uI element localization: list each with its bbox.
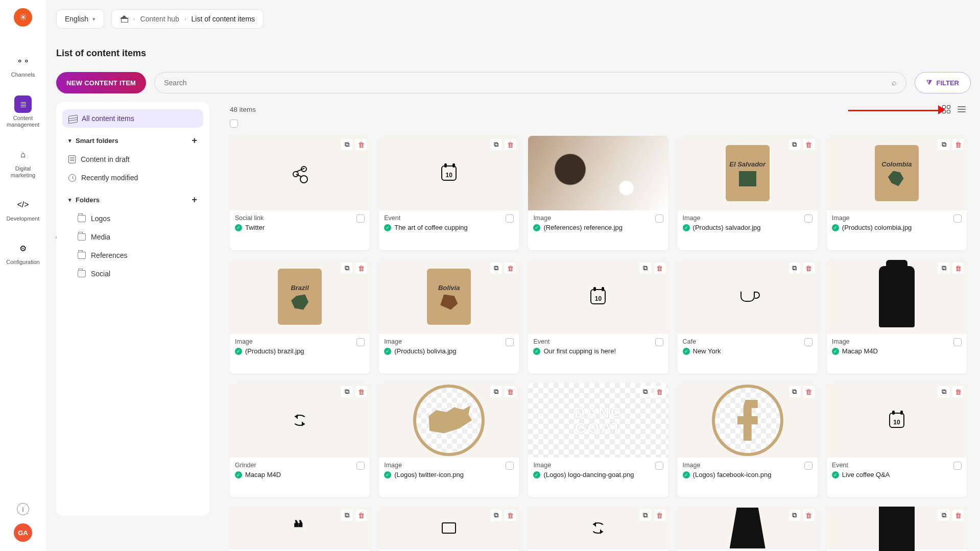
card-checkbox[interactable]: [506, 462, 514, 470]
card-checkbox[interactable]: [804, 338, 812, 346]
delete-button[interactable]: 🗑: [803, 386, 815, 397]
duplicate-button[interactable]: ⧉: [490, 510, 501, 521]
delete-button[interactable]: 🗑: [952, 510, 964, 521]
content-card[interactable]: ⧉🗑Grinder✓Macap M4D: [230, 383, 370, 497]
card-checkbox[interactable]: [804, 462, 812, 470]
new-content-item-button[interactable]: NEW CONTENT ITEM: [56, 72, 146, 93]
search-input[interactable]: [164, 79, 892, 87]
folder-logos[interactable]: Logos: [62, 209, 203, 228]
duplicate-button[interactable]: ⧉: [938, 262, 949, 274]
home-icon[interactable]: [120, 15, 128, 22]
duplicate-button[interactable]: ⧉: [640, 386, 651, 397]
duplicate-button[interactable]: ⧉: [341, 386, 352, 397]
sidebar-all-content[interactable]: All content items: [62, 109, 203, 128]
list-view-toggle[interactable]: [957, 104, 967, 114]
language-select[interactable]: English ▾: [56, 9, 104, 29]
folder-media[interactable]: ›Media: [62, 228, 203, 246]
delete-button[interactable]: 🗑: [505, 139, 516, 150]
card-checkbox[interactable]: [506, 338, 514, 346]
folder-references[interactable]: References: [62, 246, 203, 265]
card-checkbox[interactable]: [356, 462, 365, 470]
content-card[interactable]: ⧉🗑BrazilImage✓(Products) brazil.jpg: [230, 259, 370, 374]
card-checkbox[interactable]: [953, 338, 962, 346]
content-card[interactable]: ⧉🗑Image✓(Logos) twitter-icon.png: [379, 383, 519, 497]
content-card[interactable]: ⧉🗑: [678, 507, 818, 551]
avatar[interactable]: GA: [14, 523, 32, 542]
folders-section[interactable]: ▾Folders +: [62, 190, 203, 209]
content-card[interactable]: ⧉🗑: [528, 507, 668, 551]
duplicate-button[interactable]: ⧉: [789, 510, 800, 521]
duplicate-button[interactable]: ⧉: [938, 386, 949, 397]
rail-content-management[interactable]: ≣ Content management: [5, 90, 41, 133]
content-card[interactable]: ⧉🗑Image✓Macap M4D: [827, 259, 967, 374]
rail-configuration[interactable]: ⚙ Configuration: [5, 234, 41, 271]
sidebar-content-draft[interactable]: Content in draft: [62, 150, 203, 169]
delete-button[interactable]: 🗑: [505, 386, 516, 397]
content-card[interactable]: ⧉🗑BoliviaImage✓(Products) bolivia.jpg: [379, 259, 519, 374]
card-checkbox[interactable]: [953, 462, 962, 470]
card-checkbox[interactable]: [356, 214, 365, 223]
delete-button[interactable]: 🗑: [355, 510, 367, 521]
delete-button[interactable]: 🗑: [505, 262, 516, 274]
card-checkbox[interactable]: [655, 338, 663, 346]
duplicate-button[interactable]: ⧉: [789, 139, 800, 150]
rail-channels[interactable]: ⚬⚬ Channels: [5, 47, 41, 83]
select-all-checkbox[interactable]: [230, 119, 238, 128]
duplicate-button[interactable]: ⧉: [490, 139, 501, 150]
delete-button[interactable]: 🗑: [654, 386, 665, 397]
duplicate-button[interactable]: ⧉: [789, 262, 800, 274]
add-folder-button[interactable]: +: [192, 195, 197, 204]
smart-folders-section[interactable]: ▾Smart folders +: [62, 131, 203, 150]
content-card[interactable]: ⧉🗑: [379, 507, 519, 551]
rail-digital-marketing[interactable]: ⌂ Digital marketing: [5, 141, 41, 184]
content-card[interactable]: ⧉🗑Social link✓Twitter: [230, 136, 370, 250]
content-card[interactable]: ⧉🗑❝: [230, 507, 370, 551]
duplicate-button[interactable]: ⧉: [490, 386, 501, 397]
card-checkbox[interactable]: [356, 338, 365, 346]
delete-button[interactable]: 🗑: [355, 139, 367, 150]
filter-button[interactable]: ⧩ FILTER: [915, 72, 971, 93]
duplicate-button[interactable]: ⧉: [490, 262, 501, 274]
delete-button[interactable]: 🗑: [803, 139, 815, 150]
crumb-hub[interactable]: Content hub: [140, 15, 179, 23]
info-icon[interactable]: i: [17, 503, 29, 515]
content-card[interactable]: ⧉🗑Cafe✓New York: [678, 259, 818, 374]
delete-button[interactable]: 🗑: [952, 139, 964, 150]
content-card[interactable]: ⧉🗑ColombiaImage✓(Products) colombia.jpg: [827, 136, 967, 250]
content-card[interactable]: ⧉🗑Image✓(References) reference.jpg: [528, 136, 668, 250]
content-card[interactable]: ⧉🗑10Event✓The art of coffee cupping: [379, 136, 519, 250]
duplicate-button[interactable]: ⧉: [341, 262, 352, 274]
content-card[interactable]: ⧉🗑El SalvadorImage✓(Products) salvador.j…: [678, 136, 818, 250]
card-checkbox[interactable]: [655, 462, 663, 470]
delete-button[interactable]: 🗑: [654, 510, 665, 521]
card-checkbox[interactable]: [804, 214, 812, 223]
add-smart-folder-button[interactable]: +: [192, 136, 197, 145]
content-card[interactable]: ⧉🗑DANCGOATImage✓(Logos) logo-dancing-goa…: [528, 383, 668, 497]
delete-button[interactable]: 🗑: [654, 262, 665, 274]
folder-social[interactable]: Social: [62, 265, 203, 283]
duplicate-button[interactable]: ⧉: [341, 510, 352, 521]
duplicate-button[interactable]: ⧉: [640, 262, 651, 274]
card-checkbox[interactable]: [655, 214, 663, 223]
delete-button[interactable]: 🗑: [803, 510, 815, 521]
card-checkbox[interactable]: [506, 214, 514, 223]
sidebar-recently-modified[interactable]: Recently modified: [62, 169, 203, 187]
content-card[interactable]: ⧉🗑Image✓(Logos) facebook-icon.png: [678, 383, 818, 497]
delete-button[interactable]: 🗑: [505, 510, 516, 521]
delete-button[interactable]: 🗑: [952, 386, 964, 397]
delete-button[interactable]: 🗑: [803, 262, 815, 274]
card-checkbox[interactable]: [953, 214, 962, 223]
rail-development[interactable]: </> Development: [5, 191, 41, 227]
content-card[interactable]: ⧉🗑10Event✓Live coffee Q&A: [827, 383, 967, 497]
delete-button[interactable]: 🗑: [355, 262, 367, 274]
duplicate-button[interactable]: ⧉: [938, 510, 949, 521]
duplicate-button[interactable]: ⧉: [938, 139, 949, 150]
search-icon[interactable]: ⌕: [892, 78, 897, 87]
delete-button[interactable]: 🗑: [355, 386, 367, 397]
app-logo[interactable]: ✳: [14, 8, 32, 27]
content-card[interactable]: ⧉🗑10Event✓Our first cupping is here!: [528, 259, 668, 374]
content-card[interactable]: ⧉🗑: [827, 507, 967, 551]
duplicate-button[interactable]: ⧉: [789, 386, 800, 397]
delete-button[interactable]: 🗑: [952, 262, 964, 274]
duplicate-button[interactable]: ⧉: [640, 510, 651, 521]
